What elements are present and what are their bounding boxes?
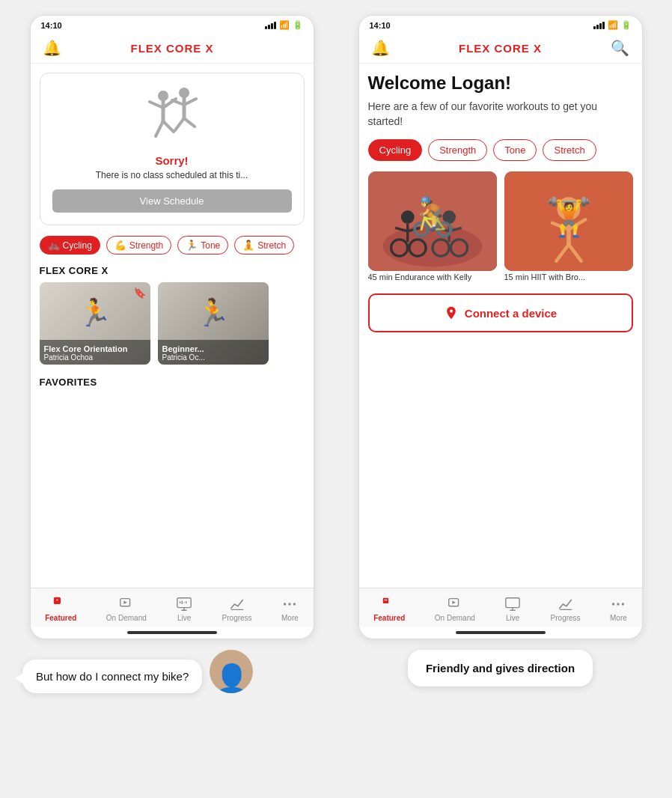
favorites-section: FAVORITES	[40, 377, 305, 388]
svg-point-25	[284, 603, 286, 605]
svg-point-58	[617, 603, 620, 605]
svg-line-4	[156, 121, 163, 136]
featured-nav-icon	[52, 596, 69, 612]
svg-point-36	[442, 210, 456, 224]
live-nav-icon	[176, 596, 192, 612]
bell-icon[interactable]: 🔔	[43, 39, 61, 57]
stretch-tab-icon: 🧘	[242, 240, 254, 251]
left-nav-ondemand[interactable]: On Demand	[100, 594, 153, 624]
right-nav-progress[interactable]: Progress	[545, 594, 587, 624]
video-label-1: Flex Core Orientation Patricia Ochoa	[40, 340, 150, 365]
user-avatar: 👤	[210, 650, 253, 693]
svg-point-27	[293, 603, 296, 605]
left-status-bar: 14:10 📶 🔋	[31, 16, 314, 33]
svg-line-38	[436, 228, 449, 231]
video-card-2[interactable]: Beginner... Patricia Oc...	[158, 282, 269, 365]
filter-tab-tone[interactable]: 🏃 Tone	[177, 236, 228, 255]
svg-point-57	[612, 603, 614, 605]
live-card-figure	[52, 85, 292, 148]
left-time: 14:10	[41, 21, 62, 30]
right-nav-progress-label: Progress	[551, 614, 581, 622]
right-nav-more[interactable]: More	[604, 594, 633, 624]
left-nav-featured[interactable]: Featured	[39, 594, 82, 624]
left-nav-more-label: More	[281, 614, 299, 622]
right-filter-strength[interactable]: Strength	[428, 139, 487, 161]
svg-line-2	[150, 102, 163, 108]
left-nav-more[interactable]: More	[275, 594, 305, 624]
workout-row: 45 min Endurance with Kelly	[368, 171, 633, 281]
right-filter-stretch[interactable]: Stretch	[543, 139, 596, 161]
svg-rect-49	[383, 598, 388, 603]
workout-card-cycling[interactable]	[368, 171, 497, 271]
right-signal-bars	[593, 22, 605, 29]
left-nav-live[interactable]: Live	[170, 594, 198, 624]
right-battery-icon: 🔋	[621, 20, 632, 30]
right-filter-tabs: Cycling Strength Tone Stretch	[368, 139, 633, 161]
sorry-text: Sorry!	[52, 154, 292, 167]
workout-title-1: 45 min Endurance with Kelly	[368, 272, 497, 281]
left-app-header: 🔔 FLEX CORE X	[31, 33, 314, 64]
workout-col-2: 15 min HIIT with Bro...	[504, 171, 633, 281]
right-time: 14:10	[370, 21, 391, 30]
right-filter-tone[interactable]: Tone	[493, 139, 537, 161]
filter-tab-strength[interactable]: 💪 Strength	[106, 236, 171, 255]
right-nav-featured[interactable]: Featured	[367, 594, 411, 624]
demand-nav-icon	[118, 596, 135, 612]
right-phone: 14:10 📶 🔋 🔔 FLEX CORE X 🔍	[358, 15, 643, 639]
right-speech-bubble: Friendly and gives direction	[408, 650, 593, 686]
right-search-icon[interactable]: 🔍	[611, 39, 629, 57]
wifi-icon: 📶	[279, 20, 290, 30]
right-progress-nav-icon	[558, 596, 574, 612]
right-more-nav-icon	[610, 596, 626, 612]
left-app-title: FLEX CORE X	[130, 42, 213, 55]
strength-tab-icon: 💪	[114, 240, 126, 251]
svg-rect-53	[506, 598, 519, 608]
right-nav-live-label: Live	[506, 614, 519, 622]
svg-line-10	[175, 118, 184, 130]
right-live-nav-icon	[504, 596, 521, 612]
workout-card-hiit[interactable]	[504, 171, 633, 271]
workout-silhouette	[135, 85, 210, 145]
right-nav-live[interactable]: Live	[498, 594, 527, 624]
right-featured-nav-icon	[381, 596, 397, 612]
svg-point-43	[557, 198, 580, 221]
svg-point-30	[400, 210, 414, 224]
battery-icon: 🔋	[293, 20, 303, 30]
right-filter-cycling[interactable]: Cycling	[368, 139, 423, 161]
video-card-1[interactable]: 🔖 Flex Core Orientation Patricia Ochoa	[40, 282, 150, 365]
no-class-text: There is no class scheduled at this ti..…	[52, 170, 292, 180]
right-demand-nav-icon	[447, 596, 463, 612]
left-speech-bubble: But how do I connect my bike?	[22, 660, 202, 693]
video-instructor-2: Patricia Oc...	[162, 353, 264, 362]
live-class-card: Sorry! There is no class scheduled at th…	[40, 73, 305, 225]
welcome-title: Welcome Logan!	[368, 73, 633, 94]
cycling-tab-icon: 🚲	[48, 240, 60, 251]
right-nav-featured-label: Featured	[373, 614, 405, 622]
filter-tab-stretch[interactable]: 🧘 Stretch	[234, 236, 294, 255]
video-title-1: Flex Core Orientation	[44, 344, 146, 353]
filter-tab-cycling[interactable]: 🚲 Cycling	[40, 236, 100, 255]
left-home-indicator	[127, 631, 217, 634]
view-schedule-button[interactable]: View Schedule	[52, 189, 292, 213]
right-nav-ondemand[interactable]: On Demand	[429, 594, 481, 624]
right-bell-icon[interactable]: 🔔	[371, 39, 390, 57]
left-nav-progress[interactable]: Progress	[216, 594, 258, 624]
workout-col-1: 45 min Endurance with Kelly	[368, 171, 497, 281]
bookmark-icon[interactable]: 🔖	[133, 287, 146, 299]
hiit-svg	[504, 171, 633, 271]
right-speech-text: Friendly and gives direction	[426, 662, 575, 674]
progress-nav-icon	[229, 596, 245, 612]
cycling-tab-label: Cycling	[63, 240, 92, 251]
strength-tab-label: Strength	[129, 240, 163, 251]
right-app-header: 🔔 FLEX CORE X 🔍	[359, 33, 642, 64]
left-filter-tabs: 🚲 Cycling 💪 Strength 🏃 Tone 🧘 Stretch	[40, 236, 305, 255]
cycling-svg	[368, 171, 497, 271]
right-nav-more-label: More	[610, 614, 627, 622]
favorites-title: FAVORITES	[40, 377, 305, 388]
stretch-tab-label: Stretch	[257, 240, 286, 251]
connect-device-button[interactable]: Connect a device	[368, 293, 633, 332]
tone-tab-icon: 🏃	[186, 240, 198, 251]
svg-line-5	[163, 121, 174, 132]
hiit-photo	[504, 171, 633, 271]
left-speech-text: But how do I connect my bike?	[36, 670, 189, 683]
